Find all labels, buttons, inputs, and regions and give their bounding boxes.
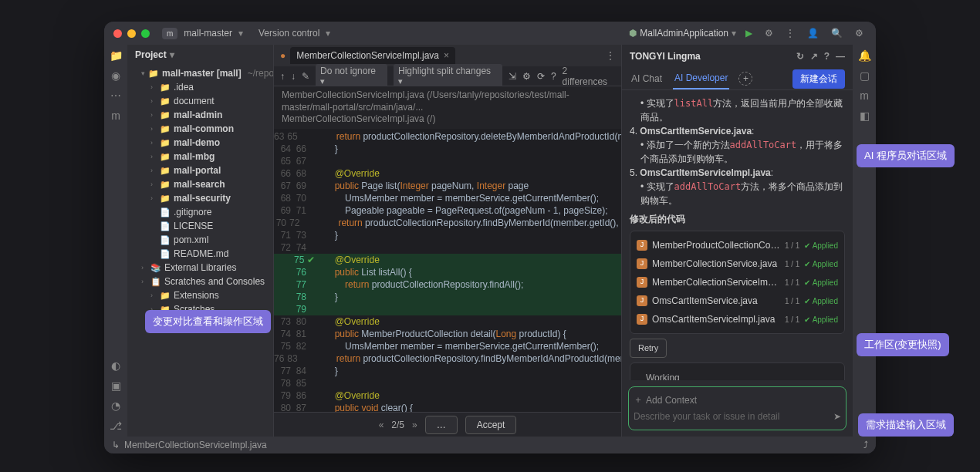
tab-ai-chat[interactable]: AI Chat <box>630 69 664 89</box>
task-icon[interactable]: ◔ <box>111 400 120 412</box>
path-modified: MemberCollectionServiceImpl.java (/) <box>282 113 613 126</box>
change-row[interactable]: JOmsCartItemServiceImpl.java1 / 1✔ Appli… <box>635 310 840 329</box>
tree-item[interactable]: 📄README.md <box>127 247 273 261</box>
minimize-icon[interactable]: — <box>836 51 845 62</box>
change-row[interactable]: JOmsCartItemService.java1 / 1✔ Applied <box>635 292 840 310</box>
git-icon[interactable]: ⎇ <box>110 420 122 432</box>
edit-icon[interactable]: ✎ <box>302 71 309 82</box>
tree-item-label: External Libraries <box>164 262 236 273</box>
tree-item[interactable]: 📄LICENSE <box>127 219 273 233</box>
run-icon[interactable]: ▶ <box>742 25 755 42</box>
change-row[interactable]: JMemberCollectionService.java1 / 1✔ Appl… <box>635 255 840 273</box>
change-ratio: 1 / 1 <box>785 314 799 325</box>
prev-icon[interactable]: « <box>379 420 384 430</box>
gear-icon[interactable]: ⚙ <box>522 71 531 82</box>
tree-item[interactable]: ›📁mall-demo <box>127 136 273 150</box>
open-icon[interactable]: ↗ <box>810 51 818 62</box>
bell-icon[interactable]: 🔔 <box>858 49 871 62</box>
version-control[interactable]: Version control <box>259 28 319 39</box>
change-ratio: 1 / 1 <box>785 295 799 307</box>
run-configuration[interactable]: ⬢ MallAdminApplication ▾ <box>629 28 736 39</box>
pager: 2/5 <box>391 420 404 430</box>
add-tab-icon[interactable]: + <box>738 72 752 86</box>
reject-button[interactable]: … <box>425 416 458 434</box>
ai-prompt-input[interactable]: Describe your task or issue in detail ➤ <box>634 408 841 425</box>
more-icon[interactable]: ⋮ <box>606 50 615 61</box>
ws-accept[interactable]: Accept <box>814 379 838 380</box>
help-icon[interactable]: ? <box>824 51 830 62</box>
gear-icon[interactable]: ⚙ <box>762 25 776 42</box>
tree-item[interactable]: ›📁mall-mbg <box>127 150 273 164</box>
tree-item[interactable]: ›📚External Libraries <box>127 261 273 275</box>
change-row[interactable]: JMemberCollectionServiceImpl.java1 / 1✔ … <box>635 273 840 292</box>
panel-icon[interactable]: ▢ <box>860 69 870 82</box>
settings-icon[interactable]: ⚙ <box>852 25 867 42</box>
highlight-select[interactable]: Highlight split changes ▾ <box>394 64 502 88</box>
ignore-select[interactable]: Do not ignore ▾ <box>316 64 387 88</box>
editor-tabs: ● MemberCollectionServiceImpl.java × ⋮ <box>274 45 621 66</box>
structure-icon[interactable]: ⋯ <box>110 89 121 102</box>
maximize-icon[interactable] <box>141 29 150 38</box>
folder-icon[interactable]: 📁 <box>110 49 123 62</box>
tree-item[interactable]: ›📁mall-common <box>127 122 273 136</box>
sync-icon[interactable]: ⟳ <box>537 71 545 82</box>
minimize-icon[interactable] <box>127 29 136 38</box>
bookmark-icon[interactable]: ◉ <box>111 69 120 82</box>
new-chat-button[interactable]: 新建会话 <box>792 69 845 89</box>
tree-item[interactable]: ›📁mall-admin <box>127 108 273 122</box>
tree-item[interactable]: ›📋Scratches and Consoles <box>127 275 273 288</box>
ws-diff[interactable]: Diff <box>772 379 783 380</box>
share-icon[interactable]: ⤴ <box>863 440 868 450</box>
retry-button[interactable]: Retry <box>630 339 667 358</box>
db-icon[interactable]: ◧ <box>860 110 870 122</box>
ws-reject[interactable]: Reject <box>788 379 809 380</box>
history-icon[interactable]: ↻ <box>796 51 804 62</box>
collab-icon[interactable]: 👤 <box>804 25 822 42</box>
terminal-icon[interactable]: ▣ <box>111 379 121 392</box>
tree-item-label: mall-search <box>174 179 225 190</box>
file-icon: 📁 <box>160 124 171 134</box>
m-icon[interactable]: m <box>111 110 120 122</box>
file-icon: 📄 <box>160 249 171 259</box>
tab-ai-developer[interactable]: AI Developer <box>673 68 729 89</box>
tree-item[interactable]: ›📁.idea <box>127 80 273 94</box>
tree-item[interactable]: ›📁mall-portal <box>127 164 273 177</box>
window-controls <box>113 29 150 38</box>
help-icon[interactable]: ? <box>551 71 556 82</box>
globe-icon[interactable]: ◐ <box>111 359 120 372</box>
chevron-down-icon[interactable]: ▾ <box>715 378 720 381</box>
tree-root[interactable]: ▾ 📁 mall-master [mall] ~/repositories <box>127 66 273 80</box>
accept-button[interactable]: Accept <box>465 416 517 434</box>
add-context[interactable]: ＋ Add Context <box>634 392 841 408</box>
chevron-down-icon[interactable]: ▾ <box>238 28 243 39</box>
chevron-down-icon[interactable]: ▾ <box>326 28 330 39</box>
tree-item[interactable]: ›📁mall-search <box>127 177 273 191</box>
collapse-icon[interactable]: ⇲ <box>509 71 516 82</box>
send-icon[interactable]: ➤ <box>833 411 841 422</box>
sidebar-header[interactable]: Project ▾ <box>127 45 273 65</box>
close-icon[interactable]: × <box>444 50 449 61</box>
change-row[interactable]: JMemberProductCollectionController.java1… <box>635 236 840 255</box>
up-arrow-icon[interactable]: ↑ <box>280 71 285 82</box>
code-editor[interactable]: 6365 return productCollectionRepository.… <box>274 129 621 412</box>
file-icon: 📁 <box>160 194 171 204</box>
more-icon[interactable]: ⋮ <box>782 25 798 42</box>
tree-item[interactable]: ›📁mall-security <box>127 191 273 205</box>
code-line: 6466 } <box>274 143 621 155</box>
chevron-right-icon: › <box>150 292 157 299</box>
tab-file[interactable]: MemberCollectionServiceImpl.java × <box>290 47 455 64</box>
search-icon[interactable]: 🔍 <box>828 25 846 42</box>
close-icon[interactable] <box>113 29 122 38</box>
change-ratio: 1 / 1 <box>785 277 799 288</box>
tree-item[interactable]: ›📁document <box>127 94 273 108</box>
code-line: 78 } <box>274 291 621 303</box>
tree-item[interactable]: ›📁Extensions <box>127 288 273 302</box>
ws-latest[interactable]: Latest <box>685 378 711 381</box>
tree-item[interactable]: 📄.gitignore <box>127 205 273 219</box>
down-arrow-icon[interactable]: ↓ <box>291 71 296 82</box>
tree-item[interactable]: 📄pom.xml <box>127 233 273 247</box>
chevron-down-icon[interactable]: ▾ <box>637 378 641 381</box>
code-line: 8087 public void clear() { <box>274 402 621 412</box>
next-icon[interactable]: » <box>412 420 417 430</box>
m-icon[interactable]: m <box>860 89 869 102</box>
